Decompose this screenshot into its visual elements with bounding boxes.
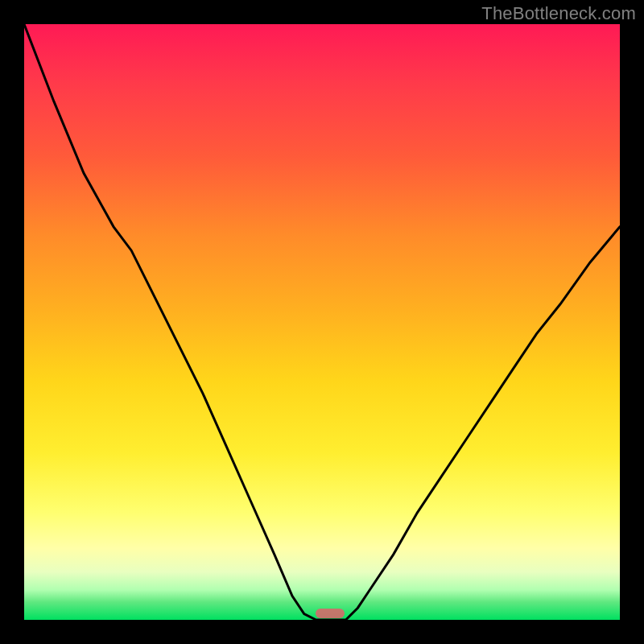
- gradient-plot-area: [24, 24, 620, 620]
- optimal-marker: [316, 609, 345, 618]
- chart-frame: TheBottleneck.com: [0, 0, 644, 644]
- watermark-text: TheBottleneck.com: [481, 3, 636, 24]
- bottleneck-curve: [24, 24, 620, 620]
